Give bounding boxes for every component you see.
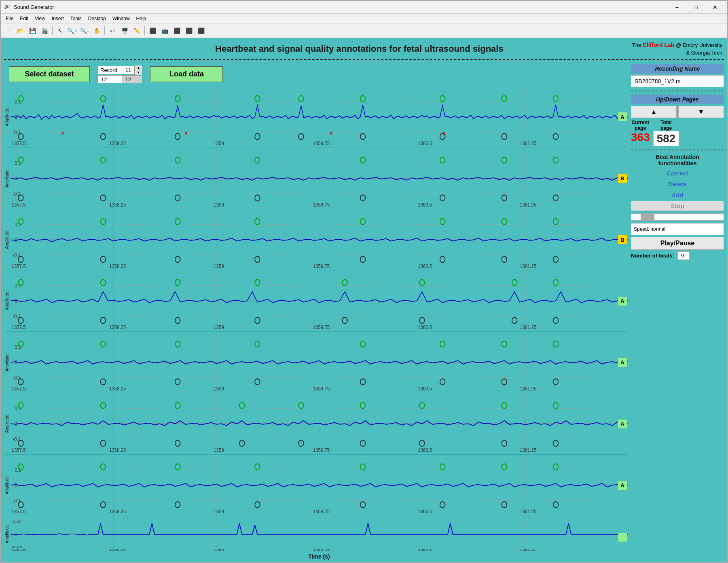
svg-text:1359.75: 1359.75	[313, 447, 330, 453]
record-value-top[interactable]: 11	[122, 66, 134, 74]
svg-point-62	[360, 195, 366, 201]
speed-control: Speed: normal	[631, 223, 724, 235]
svg-point-20	[18, 133, 23, 139]
toolbar-rec1[interactable]: ⬛	[147, 25, 158, 36]
toolbar-open[interactable]: 📂	[15, 25, 26, 36]
stop-button[interactable]: Stop	[631, 201, 724, 211]
spinner-down[interactable]: ▼	[135, 70, 142, 75]
svg-point-156	[553, 341, 559, 347]
charts-area: Amplitude	[4, 86, 628, 561]
svg-text:1360.5: 1360.5	[418, 508, 432, 515]
toolbar-save[interactable]: 💾	[27, 25, 38, 36]
toolbar-zoom-out[interactable]: 🔍-	[79, 25, 90, 36]
add-button[interactable]: Add	[631, 190, 724, 200]
close-button[interactable]: ✕	[706, 1, 724, 13]
annotation-buttons: Correct Delete Add Stop	[631, 168, 724, 211]
toolbar-rec5[interactable]: ⬛	[195, 25, 207, 36]
toolbar-rec3[interactable]: ⬛	[171, 25, 182, 36]
svg-text:1359.75: 1359.75	[313, 202, 330, 208]
load-data-button[interactable]: Load data	[150, 66, 223, 82]
chart-panel-2[interactable]: 0.1 0 -0.1	[11, 148, 628, 209]
svg-point-231	[502, 502, 507, 508]
svg-point-117	[101, 280, 106, 286]
svg-point-226	[101, 502, 106, 508]
speed-slider-track[interactable]	[631, 213, 724, 221]
time-axis-label: Time (s)	[14, 553, 624, 560]
svg-point-193	[175, 440, 180, 446]
svg-point-65	[553, 195, 559, 201]
menu-window[interactable]: Window	[109, 15, 133, 22]
spinner-up[interactable]: ▲	[135, 65, 142, 70]
controls-row: Select dataset Record 11 ▲ ▼ 12	[4, 62, 628, 86]
toolbar-pan[interactable]: ✋	[91, 25, 102, 36]
channel-badge-2: B	[618, 174, 627, 183]
y-label-4: Amplitude	[4, 270, 11, 331]
app-title: Heartbeat and signal quality annotations…	[87, 44, 632, 54]
chart-row-6: Amplitude	[4, 393, 628, 455]
svg-point-16	[360, 95, 366, 101]
svg-text:1357.5: 1357.5	[12, 447, 26, 453]
toolbar-cursor[interactable]: ↖	[55, 25, 66, 36]
chart-panel-4[interactable]: 0.1 0 -0.1	[11, 270, 628, 331]
toolbar-new[interactable]: 📄	[2, 25, 14, 36]
spinner-buttons: ▲ ▼	[134, 65, 142, 75]
svg-text:1360.5: 1360.5	[418, 548, 432, 552]
svg-point-23	[255, 133, 260, 139]
toolbar-pen[interactable]: ✏️	[131, 25, 142, 36]
menu-edit[interactable]: Edit	[17, 15, 32, 22]
svg-point-85	[175, 218, 180, 224]
chart-panel-5[interactable]: 0.1 0 -0.1	[11, 332, 628, 393]
svg-text:0.05: 0.05	[13, 520, 22, 523]
play-pause-button[interactable]: Play/Pause	[631, 237, 724, 250]
svg-point-220	[255, 464, 260, 470]
svg-point-189	[502, 403, 507, 409]
toolbar-undo[interactable]: ↩	[107, 25, 118, 36]
svg-point-21	[101, 133, 106, 139]
svg-point-190	[553, 403, 559, 409]
toolbar-screencap[interactable]: 🖥️	[119, 25, 130, 36]
svg-point-118	[175, 280, 180, 286]
svg-text:0: 0	[15, 359, 17, 365]
y-label-6: Amplitude	[4, 393, 11, 454]
menu-tools[interactable]: Tools	[67, 15, 85, 22]
toolbar-rec4[interactable]: ⬛	[183, 25, 195, 36]
svg-text:×: ×	[61, 129, 64, 136]
delete-button[interactable]: Delete	[631, 179, 724, 189]
correct-button[interactable]: Correct	[631, 168, 724, 178]
svg-point-184	[175, 403, 180, 409]
menu-view[interactable]: View	[32, 15, 49, 22]
toolbar-rec2[interactable]: 📺	[159, 25, 170, 36]
svg-point-127	[255, 318, 260, 324]
svg-point-94	[255, 256, 260, 262]
chart-panel-bottom[interactable]: 0.05 0 -0.05	[11, 516, 628, 552]
svg-point-93	[175, 256, 180, 262]
toolbar-zoom-in[interactable]: 🔍+	[67, 25, 78, 36]
svg-point-194	[239, 440, 245, 446]
svg-point-86	[255, 218, 260, 224]
maximize-button[interactable]: □	[687, 1, 705, 13]
menu-file[interactable]: File	[2, 15, 17, 22]
minimize-button[interactable]: −	[668, 1, 686, 13]
svg-point-159	[175, 379, 180, 385]
speed-slider-thumb[interactable]	[641, 214, 654, 220]
svg-point-13	[175, 95, 180, 101]
svg-point-192	[101, 440, 106, 446]
chart-panel-7[interactable]: 0.1 0 -0.1	[11, 455, 628, 516]
menu-help[interactable]: Help	[133, 15, 150, 22]
menu-insert[interactable]: Insert	[49, 15, 67, 22]
svg-point-90	[553, 218, 559, 224]
svg-text:1357.5: 1357.5	[12, 386, 26, 392]
page-up-button[interactable]: ▲	[631, 106, 677, 118]
chart-panel-3[interactable]: 0.1 0 -0.1	[11, 209, 628, 270]
svg-text:1357.5: 1357.5	[12, 263, 26, 269]
svg-point-12	[101, 95, 106, 101]
menu-desktop[interactable]: Desktop	[85, 15, 109, 22]
chart-row-3: Amplitude	[4, 209, 628, 271]
chart-panel-6[interactable]: 0.1 0 -0.1	[11, 393, 628, 454]
toolbar-print[interactable]: 🖨️	[39, 25, 50, 36]
svg-point-218	[101, 464, 106, 470]
chart-panel-1[interactable]: 0.1 0 -0.1	[11, 86, 628, 148]
select-dataset-button[interactable]: Select dataset	[9, 66, 90, 82]
svg-point-122	[512, 280, 517, 286]
page-down-button[interactable]: ▼	[678, 106, 724, 118]
